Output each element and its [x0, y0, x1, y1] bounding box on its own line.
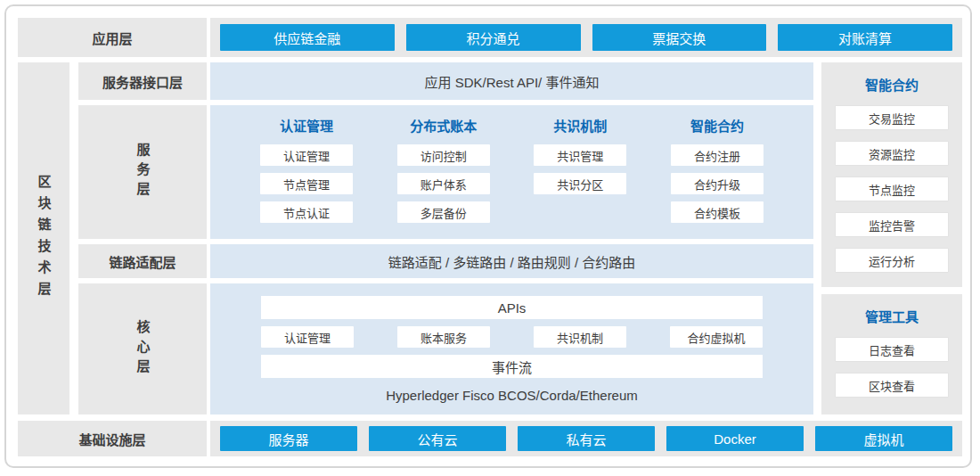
service-col-smart-contract: 智能合约 合约注册 合约升级 合约模板 — [671, 117, 764, 239]
service-node: 访问控制 — [397, 144, 490, 166]
service-node: 共识分区 — [534, 173, 626, 194]
service-node: 节点管理 — [260, 173, 353, 194]
core-layer-content: APIs 认证管理 账本服务 共识机制 合约虚拟机 事件流 Hyperledge… — [210, 283, 813, 414]
service-layer-content: 认证管理 认证管理 节点管理 节点认证 分布式账本 访问控制 账户体系 多层备份… — [210, 105, 813, 239]
panel-management-tools-header: 管理工具 — [865, 308, 919, 327]
core-platforms-text: Hyperledger Fisco BCOS/Corda/Ethereum — [210, 388, 813, 403]
core-node: 共识机制 — [534, 326, 626, 348]
infra-chip-public-cloud: 公有云 — [369, 426, 506, 451]
panel-smart-contract-header: 智能合约 — [865, 76, 919, 95]
panel-item: 交易监控 — [835, 105, 949, 130]
service-col-consensus-header: 共识机制 — [534, 117, 626, 136]
service-col-ledger-header: 分布式账本 — [397, 117, 490, 136]
service-col-auth: 认证管理 认证管理 节点管理 节点认证 — [260, 117, 353, 239]
sublayer-label-server-interface: 服务器接口层 — [78, 62, 207, 100]
app-chip-reconciliation: 对账清算 — [778, 24, 952, 51]
core-apis-bar: APIs — [261, 296, 763, 319]
service-node: 共识管理 — [534, 144, 626, 166]
core-node: 账本服务 — [397, 326, 490, 348]
service-col-smart-contract-header: 智能合约 — [671, 117, 764, 136]
service-node: 合约模板 — [671, 201, 764, 223]
panel-item: 运行分析 — [835, 248, 949, 273]
sublayer-label-service-box: 服务层 — [78, 105, 207, 239]
service-node: 节点认证 — [260, 201, 353, 223]
infra-chip-server: 服务器 — [220, 426, 357, 451]
app-layer-label: 应用层 — [18, 18, 207, 57]
app-layer-strip: 供应链金融 积分通兑 票据交换 对账清算 — [210, 18, 962, 57]
blockchain-layer-label: 区块链技术层 — [35, 175, 53, 303]
infra-layer-label: 基础设施层 — [18, 421, 207, 456]
panel-management-tools: 管理工具 日志查看 区块查看 — [821, 294, 962, 414]
service-node: 多层备份 — [397, 201, 490, 223]
infra-chip-vm: 虚拟机 — [815, 426, 952, 451]
app-chip-bill-exchange: 票据交换 — [592, 24, 767, 51]
panel-item: 日志查看 — [835, 337, 949, 362]
infra-chip-docker: Docker — [666, 426, 804, 451]
app-chip-supply-chain-finance: 供应链金融 — [220, 24, 395, 51]
app-chip-points-exchange: 积分通兑 — [406, 24, 581, 51]
panel-item: 节点监控 — [835, 176, 949, 201]
sublayer-label-link-adapter: 链路适配层 — [78, 244, 207, 278]
sublayer-label-core-box: 核心层 — [78, 283, 207, 414]
service-node: 合约注册 — [671, 144, 764, 166]
service-node: 账户体系 — [397, 173, 490, 194]
service-col-ledger: 分布式账本 访问控制 账户体系 多层备份 — [397, 117, 490, 239]
panel-item: 资源监控 — [835, 141, 949, 166]
panel-smart-contract: 智能合约 交易监控 资源监控 节点监控 监控告警 运行分析 — [821, 62, 962, 287]
sdk-api-band: 应用 SDK/Rest API/ 事件通知 — [210, 62, 813, 100]
service-node: 合约升级 — [671, 173, 764, 194]
service-col-consensus: 共识机制 共识管理 共识分区 — [534, 117, 626, 239]
core-event-stream-bar: 事件流 — [261, 355, 763, 378]
sublayer-label-service: 服务层 — [134, 143, 152, 201]
panel-item: 区块查看 — [835, 373, 949, 398]
panel-item: 监控告警 — [835, 212, 949, 237]
blockchain-architecture-diagram: 应用层 供应链金融 积分通兑 票据交换 对账清算 区块链技术层 服务器接口层 服… — [0, 0, 980, 476]
core-node: 认证管理 — [261, 326, 354, 348]
service-col-auth-header: 认证管理 — [260, 117, 353, 136]
infra-chip-private-cloud: 私有云 — [518, 426, 655, 451]
core-node: 合约虚拟机 — [670, 326, 763, 348]
link-adapter-band: 链路适配 / 多链路由 / 路由规则 / 合约路由 — [210, 244, 813, 278]
core-items-row: 认证管理 账本服务 共识机制 合约虚拟机 — [261, 326, 763, 348]
service-node: 认证管理 — [260, 144, 353, 166]
blockchain-layer-box: 区块链技术层 — [18, 62, 69, 414]
sublayer-label-core: 核心层 — [134, 320, 152, 379]
infra-layer-strip: 服务器 公有云 私有云 Docker 虚拟机 — [210, 421, 962, 456]
